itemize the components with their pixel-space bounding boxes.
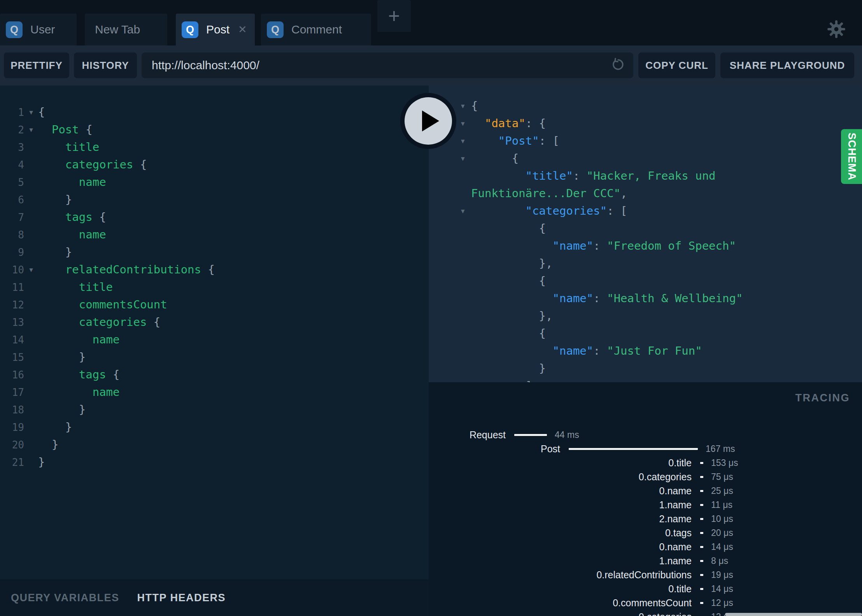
code-line: 17 name <box>0 383 429 401</box>
code-text: commentsCount <box>38 296 167 313</box>
code-line: ▾ "data": { <box>429 115 862 132</box>
graphql-playground-window: QUserNew TabQPost✕QComment + PRETTIFY HI… <box>0 0 862 616</box>
tracing-label: 0.title <box>429 583 692 595</box>
code-text: name <box>38 383 120 401</box>
line-number: 2 <box>0 124 24 136</box>
tracing-row: 0.relatedContributions19 μs <box>429 568 862 582</box>
code-text: } <box>38 436 58 453</box>
tracing-duration-value: 10 μs <box>711 514 733 524</box>
tracing-duration-value: 75 μs <box>711 472 733 482</box>
tracing-row: Request44 ms <box>429 428 862 442</box>
code-text: { <box>471 325 546 342</box>
code-text: title <box>38 278 113 296</box>
horizontal-scrollbar[interactable] <box>725 613 862 616</box>
code-text: } <box>38 191 72 208</box>
gear-icon <box>826 19 846 39</box>
tracing-duration-bar <box>700 462 703 464</box>
code-text: Post { <box>38 121 93 138</box>
code-text: ] <box>471 377 532 382</box>
code-line: { <box>429 220 862 237</box>
code-line: 15 } <box>0 348 429 366</box>
execute-query-button[interactable] <box>400 93 456 149</box>
code-text: "name": "Freedom of Speech" <box>471 237 736 255</box>
tab-bar: QUserNew TabQPost✕QComment + <box>0 0 862 46</box>
code-text: } <box>38 453 45 471</box>
tracing-label: 1.name <box>429 499 692 511</box>
tracing-label: Request <box>429 429 506 441</box>
code-text: }, <box>471 307 553 325</box>
code-text: } <box>38 348 86 366</box>
code-line: 5 name <box>0 173 429 191</box>
code-line: ▾{ <box>429 97 862 115</box>
code-text: name <box>38 331 120 348</box>
tab-comment[interactable]: QComment <box>261 14 371 46</box>
tracing-waterfall: Request44 msPost167 ms0.title153 μs0.cat… <box>429 428 862 616</box>
code-line: 1▾{ <box>0 103 429 121</box>
endpoint-url-bar <box>142 52 633 78</box>
fold-arrow-icon[interactable]: ▾ <box>24 125 38 134</box>
query-variables-tab[interactable]: QUERY VARIABLES <box>11 592 119 604</box>
share-playground-button[interactable]: SHARE PLAYGROUND <box>720 52 854 78</box>
tracing-duration-value: 11 μs <box>711 500 732 510</box>
tracing-duration-bar <box>700 476 703 478</box>
tracing-duration-value: 14 μs <box>711 584 733 594</box>
code-text: { <box>471 272 546 290</box>
prettify-button[interactable]: PRETTIFY <box>4 52 69 78</box>
code-line: 4 categories { <box>0 156 429 173</box>
code-text: "name": "Just For Fun" <box>471 342 702 360</box>
reset-icon[interactable] <box>611 57 625 74</box>
line-number: 11 <box>0 282 24 293</box>
tab-label: Comment <box>291 23 342 36</box>
line-number: 17 <box>0 387 24 398</box>
query-badge: Q <box>267 21 284 38</box>
code-line: 20 } <box>0 436 429 453</box>
schema-tab-label: SCHEMA <box>846 133 858 180</box>
line-number: 4 <box>0 159 24 171</box>
query-editor-pane[interactable]: 1▾{2▾ Post {3 title4 categories {5 name6… <box>0 86 429 579</box>
code-line: }, <box>429 307 862 325</box>
endpoint-url-input[interactable] <box>142 52 611 78</box>
tab-strip: QUserNew TabQPost✕QComment <box>0 14 862 46</box>
code-text: { <box>38 103 45 121</box>
tracing-duration-bar <box>700 518 703 520</box>
fold-arrow-icon[interactable]: ▾ <box>24 108 38 117</box>
schema-side-tab[interactable]: SCHEMA <box>841 129 862 184</box>
tab-label: New Tab <box>95 23 140 36</box>
tracing-duration-value: 12 μs <box>711 598 733 608</box>
code-text: } <box>471 360 546 377</box>
add-tab-button[interactable]: + <box>377 0 411 32</box>
fold-arrow-icon[interactable]: ▾ <box>24 265 38 274</box>
copy-curl-button[interactable]: COPY CURL <box>638 52 715 78</box>
code-line: "name": "Health & Wellbeing" <box>429 290 862 307</box>
code-text: }, <box>471 255 553 272</box>
tab-post[interactable]: QPost✕ <box>176 14 255 46</box>
tracing-label: 0.relatedContributions <box>429 569 692 581</box>
fold-arrow-icon[interactable]: ▾ <box>461 154 471 163</box>
tracing-duration-bar <box>700 532 703 534</box>
line-number: 10 <box>0 264 24 276</box>
fold-arrow-icon[interactable]: ▾ <box>461 136 471 145</box>
tracing-label: 0.title <box>429 457 692 469</box>
code-line: 13 categories { <box>0 313 429 331</box>
code-line: Funktionäre...Der CCC", <box>429 185 862 202</box>
http-headers-tab[interactable]: HTTP HEADERS <box>137 592 226 604</box>
tab-label: Post <box>206 23 230 36</box>
settings-button[interactable] <box>825 19 847 40</box>
tracing-duration-value: 153 μs <box>711 458 738 468</box>
code-line: } <box>429 360 862 377</box>
code-text: tags { <box>38 208 106 226</box>
tracing-row: Post167 ms <box>429 442 862 456</box>
tab-user[interactable]: QUser <box>0 14 77 46</box>
tracing-title: TRACING <box>795 392 850 404</box>
tab-new-tab[interactable]: New Tab <box>85 14 167 46</box>
code-text: { <box>471 97 478 115</box>
history-button[interactable]: HISTORY <box>74 52 137 78</box>
tracing-row: 1.name8 μs <box>429 554 862 568</box>
tracing-row: 0.categories75 μs <box>429 470 862 484</box>
fold-arrow-icon[interactable]: ▾ <box>461 206 471 215</box>
fold-arrow-icon[interactable]: ▾ <box>461 119 471 128</box>
close-icon[interactable]: ✕ <box>238 23 247 36</box>
line-number: 13 <box>0 317 24 328</box>
code-line: 8 name <box>0 226 429 243</box>
fold-arrow-icon[interactable]: ▾ <box>461 102 471 110</box>
